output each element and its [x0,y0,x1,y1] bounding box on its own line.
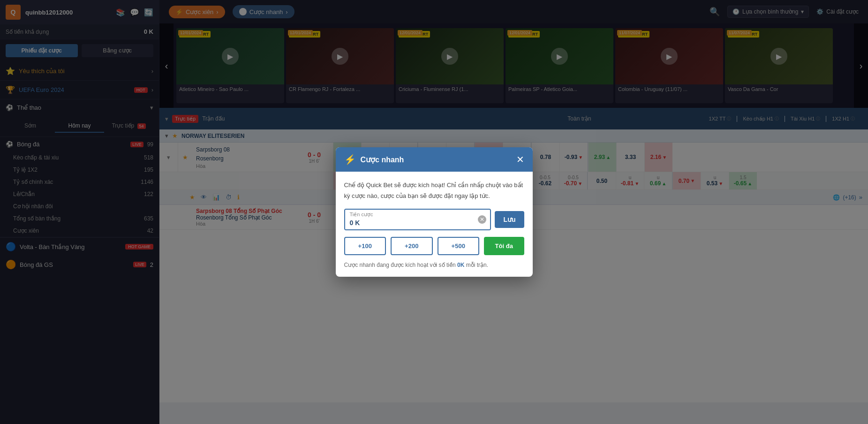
clear-input-button[interactable]: ✕ [478,215,486,224]
modal-quick-btns: +100 +200 +500 Tôi đa [344,237,524,255]
modal-lightning-icon: ⚡ [344,154,356,165]
modal-description: Chế độ Quick Bet sẽ được kích hoạt! Chỉ … [344,180,524,201]
footer-amount: 0K [457,262,464,268]
plus-100-button[interactable]: +100 [344,237,386,255]
modal-title: Cược nhanh [361,155,512,164]
modal-close-button[interactable]: ✕ [516,154,524,165]
modal-body: Chế độ Quick Bet sẽ được kích hoạt! Chỉ … [336,172,533,276]
modal-footer: Cược nhanh đang được kích hoạt với số ti… [344,262,524,268]
save-button[interactable]: Lưu [495,211,524,228]
modal-input-wrap: Tiền cược ✕ [344,209,491,230]
max-button[interactable]: Tôi đa [484,237,524,255]
modal-header: ⚡ Cược nhanh ✕ [336,147,533,172]
modal-overlay: ⚡ Cược nhanh ✕ Chế độ Quick Bet sẽ được … [0,0,868,424]
footer-suffix: mỗi trận. [466,262,488,268]
input-label: Tiền cược [350,212,373,218]
modal-input-row: Tiền cược ✕ Lưu [344,209,524,230]
plus-200-button[interactable]: +200 [391,237,433,255]
plus-500-button[interactable]: +500 [438,237,480,255]
quick-bet-modal: ⚡ Cược nhanh ✕ Chế độ Quick Bet sẽ được … [336,147,533,276]
footer-text: Cược nhanh đang được kích hoạt với số ti… [344,262,456,268]
